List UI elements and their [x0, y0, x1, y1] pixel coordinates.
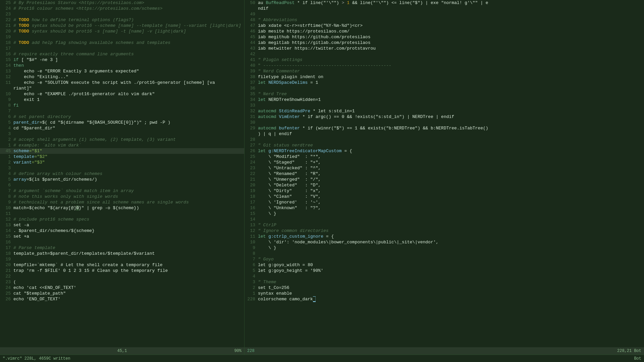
line-content: # TODO syntax should be prot16 -s [name]…: [13, 28, 243, 34]
table-row: 7" Goyo: [245, 256, 644, 262]
table-row: riant]": [0, 85, 244, 91]
line-content: echo "Exiting...": [13, 74, 243, 80]
table-row: 11: [0, 211, 244, 217]
line-content: iab megithub https://github.com/protesil…: [258, 34, 643, 40]
line-content: trap 'rm -f $FILE' 0 1 2 3 15 # Clean up…: [13, 268, 243, 274]
line-content: # By Protesilaos Stavrou <https://protes…: [13, 0, 243, 6]
line-content: [13, 182, 243, 188]
line-number: 35: [246, 91, 255, 97]
table-row: 49: [245, 11, 644, 17]
table-row: 11 echo -e "SOLUTION execute the script …: [0, 80, 244, 85]
line-number: 19: [1, 256, 11, 262]
table-row: ) | q | endif: [245, 131, 644, 137]
line-content: let g:goyo_height = '90%': [258, 268, 643, 274]
line-number: 21: [1, 23, 11, 28]
table-row: 12# include prot16 scheme specs: [0, 217, 244, 222]
line-number: 45: [1, 148, 11, 154]
table-row: 31autocmd VimEnter * if argc() == 0 && !…: [245, 114, 644, 120]
line-content: \ }: [258, 211, 643, 217]
line-content: " Nerd Commenter: [258, 68, 643, 74]
line-number: 42: [246, 51, 255, 57]
line-content: iab megitlab https://gitlab.com/protesil…: [258, 40, 643, 46]
left-status-right: 90%: [162, 349, 241, 353]
line-number: 19: [1, 34, 11, 40]
table-row: 15 \ }: [245, 211, 644, 217]
line-number: 17: [1, 46, 11, 51]
right-code-area[interactable]: 50au BufReadPost * if line("'\"") > 1 &&…: [245, 0, 644, 347]
line-number: 6: [246, 262, 255, 268]
line-number: 8: [1, 103, 11, 108]
table-row: 13set -a: [0, 222, 244, 228]
table-row: 14: [245, 217, 644, 222]
table-row: 46iab mesite https://protesilaos.com/: [245, 28, 644, 34]
table-row: 48" Abbreviations: [245, 17, 644, 23]
line-number: 22: [246, 171, 255, 177]
line-number: 13: [1, 222, 11, 228]
line-number: 3: [1, 165, 11, 171]
line-number: 9: [1, 97, 11, 103]
table-row: 6# set parent directory: [0, 114, 244, 120]
line-content: \ "Staged" : "+",: [258, 160, 643, 165]
line-number: 7: [1, 188, 11, 194]
table-row: 10 \ 'dir': 'node_modules\|bower_compone…: [245, 239, 644, 245]
line-number: 4: [1, 125, 11, 131]
table-row: 19 \ "Dirty" : "x",: [245, 188, 644, 194]
table-row: 1template="$2": [0, 154, 244, 160]
line-content: colorscheme camo_dark█: [258, 296, 643, 302]
line-content: riant]": [13, 85, 243, 91]
line-number: 16: [246, 205, 255, 211]
line-content: [13, 165, 243, 171]
right-status-left: 228: [247, 349, 444, 353]
line-number: 6: [1, 182, 11, 188]
table-row: 23(: [0, 279, 244, 285]
table-row: 29autocmd bufenter * if (winnr("$") == 1…: [245, 125, 644, 131]
table-row: 26echo 'END_OF_TEXT': [0, 296, 244, 302]
line-number: 1: [246, 291, 255, 296]
table-row: 3: [0, 165, 244, 171]
line-content: # note this works only with single words: [13, 194, 243, 199]
line-number: 19: [246, 188, 255, 194]
line-number: 14: [246, 217, 255, 222]
line-content: set t_Co=256: [258, 285, 643, 291]
table-row: 3: [0, 131, 244, 137]
table-row: 26let g:NERDTreeIndicatorMapCustom = {: [245, 148, 644, 154]
line-number: 3: [246, 279, 255, 285]
line-content: [13, 11, 243, 17]
table-row: 10match=$(echo "${array[@]0}" | grep -o …: [0, 205, 244, 211]
line-number: 12: [1, 74, 11, 80]
line-number: 47: [246, 23, 255, 28]
table-row: 228colorscheme camo_dark█: [245, 296, 644, 302]
line-content: # define array with colour schemes: [13, 171, 243, 177]
left-code-area[interactable]: 25# By Protesilaos Stavrou <https://prot…: [0, 0, 244, 347]
line-content: if [ "$#" -ne 3 ]: [13, 57, 243, 63]
line-number: 5: [1, 120, 11, 125]
line-content: cat "$template_path": [13, 291, 243, 296]
line-number: 11: [246, 234, 255, 239]
table-row: 32autocmd StdinReadPre * let s:std_in=1: [245, 108, 644, 114]
line-number: 25: [1, 291, 11, 296]
line-number: 34: [246, 97, 255, 103]
line-content: " Git status nerdtree: [258, 142, 643, 148]
line-number: 45: [246, 34, 255, 40]
line-content: au BufReadPost * if line("'\"") > 1 && l…: [258, 0, 643, 6]
table-row: 6: [0, 182, 244, 188]
line-number: 14: [1, 228, 11, 234]
line-number: 13: [1, 68, 11, 74]
line-content: \ "Modified" : "*",: [258, 154, 643, 160]
line-content: [13, 131, 243, 137]
table-row: 35" Nerd Tree: [245, 91, 644, 97]
table-row: 13 echo -e "ERROR Exactly 3 arguments ex…: [0, 68, 244, 74]
line-content: # Prot16 colour schemes <https://protesi…: [13, 6, 243, 11]
line-content: (: [13, 279, 243, 285]
line-number: 21: [246, 177, 255, 182]
table-row: 37let NERDSpaceDelims = 1: [245, 80, 644, 85]
line-number: 5: [246, 268, 255, 274]
left-status-bar: 45,1 90%: [0, 347, 244, 355]
line-number: 1: [1, 142, 11, 148]
table-row: 7# argument `scheme` should match item i…: [0, 188, 244, 194]
line-content: # Parse template: [13, 245, 243, 251]
table-row: 21 \ "Unmerged" : "/",: [245, 177, 644, 182]
table-row: 24 \ "Staged" : "+",: [245, 160, 644, 165]
bottom-bot-label: Bot: [634, 356, 641, 361]
line-number: 32: [246, 108, 255, 114]
